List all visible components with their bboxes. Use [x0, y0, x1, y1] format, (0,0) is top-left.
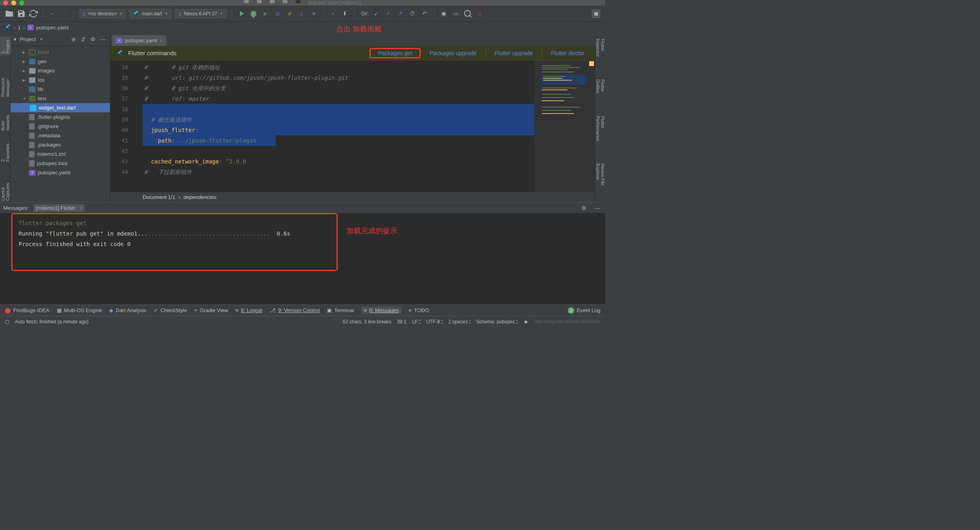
sync-icon[interactable]	[29, 9, 38, 18]
tree-folder-build[interactable]: ▶build	[10, 48, 110, 57]
messages-output[interactable]: flutter packages get Running "flutter pu…	[10, 213, 605, 254]
git-commit-icon[interactable]: ✓	[384, 9, 393, 18]
tree-file-flutter-plugins[interactable]: .flutter-plugins	[10, 112, 110, 122]
tree-file-gitignore[interactable]: .gitignore	[10, 122, 110, 131]
sdk-manager-icon[interactable]: ⬇	[341, 9, 349, 18]
left-tool-strip: 1: Project Resource Manager Build Varian…	[0, 33, 10, 202]
event-log-tab[interactable]: 2Event Log	[568, 307, 600, 314]
version-control-tab[interactable]: ⎇9: Version Control	[270, 307, 320, 313]
save-all-icon[interactable]	[17, 9, 26, 18]
layout-captures-tab[interactable]: Layout Captures	[0, 172, 11, 202]
flutter-doctor-link[interactable]: Flutter doctor	[547, 48, 588, 58]
tree-file-iml[interactable]: mdemo1.iml	[10, 149, 110, 159]
open-icon[interactable]	[5, 9, 14, 18]
status-bar: ▢ Auto fetch: finished (a minute ago) 62…	[0, 316, 605, 327]
gear-icon[interactable]: ⚙	[91, 36, 97, 43]
flutter-outline-tab[interactable]: Flutter Outline	[595, 77, 606, 107]
status-indent[interactable]: 2 spaces▴▾	[448, 319, 471, 325]
status-auto-fetch: Auto fetch: finished (a minute ago)	[15, 319, 89, 325]
svg-rect-12	[542, 97, 574, 98]
close-tab-icon[interactable]: ×	[79, 205, 83, 211]
resource-manager-tab[interactable]: Resource Manager	[0, 63, 11, 98]
git-history-icon[interactable]: ⏱	[408, 9, 417, 18]
attach-icon[interactable]: ▯	[297, 9, 306, 18]
avd-manager-icon[interactable]: ▫	[328, 9, 337, 18]
flutter-performance-tab[interactable]: Flutter Performance	[595, 114, 606, 154]
findbugs-tab[interactable]: ⬤FindBugs-IDEA	[5, 307, 50, 313]
search-icon[interactable]	[463, 9, 472, 18]
collapse-icon[interactable]: ⇵	[81, 36, 87, 43]
flag-icon[interactable]: ▯	[475, 9, 484, 18]
packages-get-link[interactable]: Packages get	[374, 48, 416, 58]
svg-rect-7	[543, 78, 563, 79]
project-tool-tab[interactable]: 1: Project	[0, 36, 11, 55]
git-update-icon[interactable]: ↙	[372, 9, 381, 18]
terminal-tab[interactable]: ▣Terminal	[327, 307, 354, 313]
code-editor[interactable]: 34353637 38394041 424344 # # git 依赖的地址 #…	[110, 60, 595, 192]
gear-icon[interactable]: ⚙	[579, 203, 588, 212]
hide-panel-icon[interactable]: —	[593, 203, 602, 212]
flutter-inspector-tab[interactable]: Flutter Inspector	[595, 36, 606, 70]
close-window-button[interactable]	[3, 0, 8, 5]
tree-file-widget-test[interactable]: widget_test.dart	[10, 103, 110, 112]
editor-tabs: Y pubspec.yaml ×	[110, 33, 595, 46]
packages-upgrade-link[interactable]: Packages upgrade	[426, 48, 481, 58]
git-rollback-icon[interactable]: ↶	[420, 9, 429, 18]
build-variants-tab[interactable]: Build Variants	[0, 106, 11, 132]
svg-rect-8	[543, 80, 572, 81]
editor-tab-pubspec[interactable]: Y pubspec.yaml ×	[112, 35, 166, 46]
status-hector-icon[interactable]: ☻	[523, 319, 529, 325]
tree-file-metadata[interactable]: .metadata	[10, 131, 110, 140]
forward-icon[interactable]: →	[60, 9, 69, 18]
multi-os-engine-tab[interactable]: ▦Multi-OS Engine	[57, 307, 102, 313]
coverage-icon[interactable]: ▶	[261, 9, 270, 18]
code-minimap[interactable]	[534, 60, 595, 192]
tree-file-pubspec-lock[interactable]: pubspec.lock	[10, 159, 110, 168]
git-compare-icon[interactable]: ↗	[396, 9, 405, 18]
tree-file-pubspec-yaml[interactable]: Ypubspec.yaml	[10, 168, 110, 177]
breadcrumb-file[interactable]: pubspec.yaml	[36, 25, 69, 31]
window-title: pubspec.yaml [mdemo1]	[309, 0, 361, 6]
tree-folder-ios[interactable]: ▶ios	[10, 75, 110, 85]
locate-icon[interactable]: ⊕	[71, 36, 78, 43]
device-file-explorer-tab[interactable]: Device File Explorer	[595, 161, 606, 202]
gradle-view-tab[interactable]: +Gradle View	[194, 307, 228, 313]
message-exit: Process finished with exit code 0	[19, 239, 597, 249]
tree-folder-lib[interactable]: lib	[10, 85, 110, 94]
status-caret-position[interactable]: 38:1	[397, 319, 406, 325]
todo-tab[interactable]: ≡TODO	[409, 307, 429, 313]
run-config-selector[interactable]: main.dart ▼	[129, 9, 172, 19]
hot-reload-icon[interactable]: ⚡	[285, 9, 294, 18]
stop-icon[interactable]: ■	[309, 9, 318, 18]
checkstyle-tab[interactable]: ✓CheckStyle	[154, 307, 187, 313]
tree-folder-test[interactable]: ▼test	[10, 94, 110, 103]
favorites-tab[interactable]: 2: Favorites	[0, 141, 11, 164]
messages-tab[interactable]: ≡0: Messages	[361, 306, 401, 314]
device-selector[interactable]: ▯ <no devices> ▼	[79, 9, 126, 18]
back-icon[interactable]: ←	[48, 9, 57, 18]
project-tree[interactable]: ▶build ▶gen ▶images ▶ios lib ▼test widge…	[10, 46, 110, 202]
messages-tab-flutter[interactable]: [mdemo1] Flutter ×	[33, 204, 85, 212]
maximize-window-button[interactable]	[19, 0, 24, 5]
tree-folder-images[interactable]: ▶images	[10, 66, 110, 75]
editor-area: 点击 加载依赖 Y pubspec.yaml × Flutter command…	[110, 33, 595, 202]
tree-folder-gen[interactable]: ▶gen	[10, 57, 110, 66]
debug-icon[interactable]	[249, 9, 258, 18]
dart-analysis-tab[interactable]: ◆Dart Analysis	[109, 307, 146, 313]
emulator-selector[interactable]: ▯ Nexus 6 API 27 ▼	[175, 9, 227, 18]
hide-icon[interactable]: —	[100, 36, 107, 43]
status-schema[interactable]: Schema: pubspec▴▾	[476, 319, 518, 325]
user-icon[interactable]: ◼	[592, 9, 600, 18]
flutter-logo-icon	[117, 50, 123, 56]
tree-file-packages[interactable]: .packages	[10, 140, 110, 149]
run-icon[interactable]	[237, 9, 246, 18]
status-encoding[interactable]: UTF-8▴▾	[426, 319, 443, 325]
close-tab-icon[interactable]: ×	[160, 38, 162, 43]
status-line-ending[interactable]: LF▴▾	[412, 319, 421, 325]
profile-icon[interactable]: ⊙	[273, 9, 282, 18]
logcat-tab[interactable]: ≡6: Logcat	[235, 307, 262, 313]
run-anything-icon[interactable]: ▭	[451, 9, 460, 18]
project-structure-icon[interactable]: ▣	[439, 9, 448, 18]
minimize-window-button[interactable]	[11, 0, 16, 5]
flutter-upgrade-link[interactable]: Flutter upgrade	[491, 48, 537, 58]
